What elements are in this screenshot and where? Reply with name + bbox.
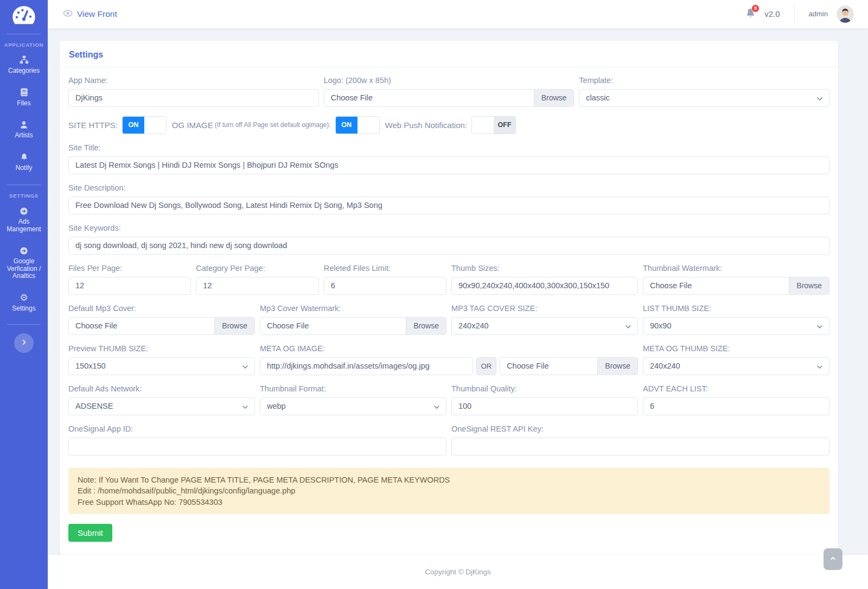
meta-og-image-url-input[interactable] [260, 357, 473, 375]
meta-og-or-label: OR [476, 357, 497, 375]
related-files-limit-label: Releted Files Limit: [324, 264, 446, 273]
notifications-button[interactable]: 0 [745, 8, 756, 21]
category-per-page-input[interactable] [196, 277, 318, 295]
thumb-sizes-field: Thumb Sizes: [451, 264, 638, 295]
chevron-down-icon [817, 362, 822, 370]
mp3-cover-watermark-browse-button[interactable]: Browse [406, 318, 446, 334]
sidebar-item-ads-management[interactable]: Ads Mangement [0, 200, 48, 239]
avatar[interactable] [837, 5, 854, 23]
sidebar-divider [7, 34, 41, 34]
default-ads-network-field: Default Ads Network: ADSENSE [68, 384, 255, 415]
toggle-off-segment: OFF [494, 117, 515, 134]
onesignal-app-id-input[interactable] [68, 438, 446, 455]
sidebar-item-label: Ads Mangement [3, 218, 45, 233]
sidebar-item-label: Files [17, 100, 30, 107]
preview-thumb-size-select[interactable]: 150x150 [68, 357, 255, 375]
view-front-link[interactable]: View Front [63, 9, 117, 19]
template-select-value: classic [586, 93, 610, 102]
thumbnail-watermark-browse-button[interactable]: Browse [789, 277, 829, 294]
scroll-to-top-button[interactable] [824, 548, 843, 570]
meta-og-image-label: META OG IMAGE: [260, 344, 638, 353]
site-keywords-input[interactable] [68, 237, 829, 255]
view-front-label: View Front [77, 9, 117, 19]
site-description-input[interactable] [68, 197, 829, 214]
sidebar-divider [7, 185, 41, 185]
list-thumb-size-value: 90x90 [650, 321, 672, 330]
chevron-down-icon [817, 321, 822, 330]
site-description-field: Site Description: [68, 183, 829, 214]
thumbnail-format-value: webp [267, 402, 286, 410]
advt-each-list-input[interactable] [643, 397, 829, 415]
logo-field: Logo: (200w x 85h) Choose File Browse [324, 76, 575, 107]
mp3-cover-watermark-file-input[interactable]: Choose File Browse [260, 317, 446, 335]
meta-og-image-file-input[interactable]: Choose File Browse [500, 357, 638, 375]
og-image-toggle[interactable]: ON [335, 116, 380, 134]
app-logo[interactable] [0, 0, 48, 33]
default-mp3-cover-file-input[interactable]: Choose File Browse [68, 317, 255, 335]
default-ads-network-select[interactable]: ADSENSE [68, 397, 255, 415]
meta-og-thumb-size-label: META OG THUMB SIZE: [643, 344, 829, 353]
related-files-limit-field: Releted Files Limit: [324, 264, 446, 295]
sidebar-expand-button[interactable] [14, 333, 34, 353]
preview-thumb-size-field: Preview THUMB SIZE: 150x150 [68, 344, 255, 375]
sidebar-item-artists[interactable]: Artists [0, 113, 48, 146]
meta-og-image-browse-button[interactable]: Browse [597, 358, 637, 375]
submit-button[interactable]: Submit [68, 524, 112, 542]
thumb-sizes-input[interactable] [451, 277, 638, 295]
advt-each-list-field: ADVT EACH LIST: [643, 384, 829, 415]
username-label: admin [809, 10, 828, 18]
web-push-toggle[interactable]: OFF [471, 116, 516, 134]
default-mp3-cover-field: Default Mp3 Cover: Choose File Browse [68, 304, 255, 335]
site-title-input[interactable] [68, 156, 829, 174]
default-mp3-cover-file-text: Choose File [69, 318, 214, 334]
sidebar-item-label: Categories [8, 67, 40, 75]
app-name-input[interactable] [68, 89, 319, 107]
chevron-right-icon [20, 338, 28, 349]
default-ads-network-label: Default Ads Network: [68, 384, 255, 393]
app-name-label: App Name: [68, 76, 319, 85]
logo-browse-button[interactable]: Browse [534, 90, 574, 106]
template-select[interactable]: classic [579, 89, 829, 107]
sitemap-icon [20, 55, 29, 65]
sidebar-item-files[interactable]: Files [0, 81, 48, 114]
chevron-down-icon [626, 321, 631, 330]
sidebar-item-google-verification[interactable]: Google Verfication / Analtics [0, 239, 48, 287]
list-thumb-size-field: LIST THUMB SIZE: 90x90 [643, 304, 829, 335]
mp3-tag-cover-size-select[interactable]: 240x240 [451, 317, 638, 335]
site-title-field: Site Title: [68, 143, 829, 174]
bell-icon [20, 153, 28, 162]
default-mp3-cover-browse-button[interactable]: Browse [214, 318, 254, 334]
logo-file-input[interactable]: Choose File Browse [324, 89, 575, 107]
thumbnail-quality-label: Thumbnail Quality: [451, 384, 638, 393]
thumbnail-watermark-file-text: Choose File [643, 277, 789, 294]
eye-icon [63, 9, 73, 19]
sidebar-item-label: Artists [15, 132, 33, 140]
default-mp3-cover-label: Default Mp3 Cover: [68, 304, 255, 313]
site-https-label: SITE HTTPS: [68, 121, 118, 130]
logo-file-text: Choose File [324, 90, 534, 106]
mp3-tag-cover-size-value: 240x240 [458, 321, 489, 330]
og-image-note: (If turn off All Page set default ogimag… [215, 121, 331, 129]
book-icon [20, 88, 28, 97]
sidebar-item-categories[interactable]: Categories [0, 49, 48, 81]
site-keywords-label: Site Keywords: [68, 224, 829, 232]
thumbnail-quality-input[interactable] [451, 397, 638, 415]
thumbnail-format-select[interactable]: webp [260, 397, 446, 415]
site-https-toggle[interactable]: ON [122, 116, 167, 134]
mp3-cover-watermark-label: Mp3 Cover Watermark: [260, 304, 446, 313]
note-box: Note: If You Want To Change PAGE META TI… [68, 468, 829, 515]
toggle-on-segment: ON [123, 117, 144, 134]
sidebar-item-settings[interactable]: ⚙ Settings [0, 287, 48, 319]
mp3-cover-watermark-field: Mp3 Cover Watermark: Choose File Browse [260, 304, 446, 335]
top-header: View Front 0 v2.0 admin [48, 0, 868, 28]
thumbnail-watermark-file-input[interactable]: Choose File Browse [643, 277, 829, 295]
advt-each-list-label: ADVT EACH LIST: [643, 384, 829, 393]
default-ads-network-value: ADSENSE [75, 402, 113, 410]
toggle-blank-segment [358, 117, 379, 134]
onesignal-rest-api-key-input[interactable] [451, 438, 829, 455]
meta-og-thumb-size-select[interactable]: 240x240 [643, 357, 829, 375]
list-thumb-size-select[interactable]: 90x90 [643, 317, 829, 335]
sidebar-item-notify[interactable]: Notify [0, 146, 48, 179]
files-per-page-input[interactable] [68, 277, 191, 295]
related-files-limit-input[interactable] [324, 277, 446, 295]
